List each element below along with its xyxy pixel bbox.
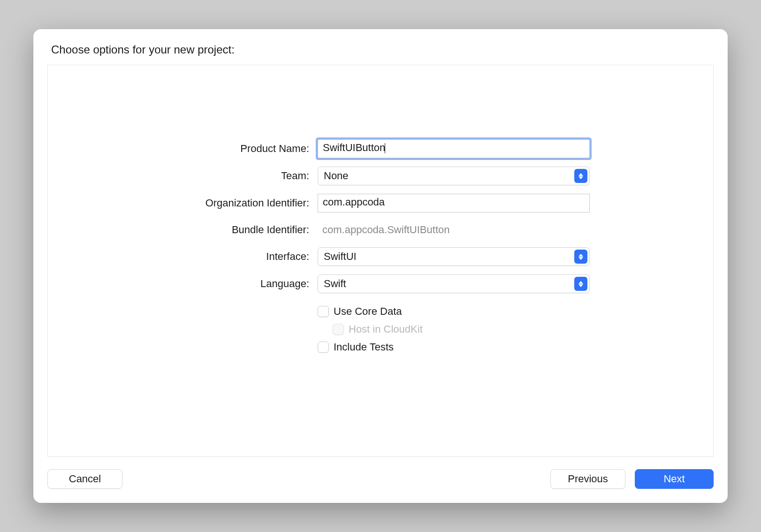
host-cloudkit-checkbox xyxy=(333,324,344,335)
bundle-identifier-row: Bundle Identifier: com.appcoda.SwiftUIBu… xyxy=(48,221,713,239)
bundle-identifier-value: com.appcoda.SwiftUIButton xyxy=(318,221,590,239)
previous-button[interactable]: Previous xyxy=(550,469,625,489)
form-container: Product Name: SwiftUIButton Team: None O… xyxy=(47,65,714,457)
org-identifier-row: Organization Identifier: com.appcoda xyxy=(48,194,713,213)
interface-label: Interface: xyxy=(48,251,318,263)
product-name-label: Product Name: xyxy=(48,143,318,155)
next-button[interactable]: Next xyxy=(635,469,714,489)
language-row: Language: Swift xyxy=(48,274,713,293)
team-value: None xyxy=(324,170,349,182)
org-identifier-label: Organization Identifier: xyxy=(48,197,318,209)
language-value: Swift xyxy=(324,278,346,290)
org-identifier-input[interactable]: com.appcoda xyxy=(318,194,590,213)
interface-select[interactable]: SwiftUI xyxy=(318,247,590,266)
language-label: Language: xyxy=(48,278,318,290)
chevron-up-down-icon xyxy=(574,250,587,264)
chevron-up-down-icon xyxy=(574,169,587,183)
include-tests-checkbox[interactable] xyxy=(318,342,329,353)
use-core-data-checkbox[interactable] xyxy=(318,306,329,317)
include-tests-label: Include Tests xyxy=(334,341,394,353)
include-tests-row: Include Tests xyxy=(318,340,590,354)
host-cloudkit-label: Host in CloudKit xyxy=(349,323,423,335)
team-row: Team: None xyxy=(48,167,713,185)
language-select[interactable]: Swift xyxy=(318,274,590,293)
text-cursor-icon xyxy=(385,143,385,153)
use-core-data-row: Use Core Data xyxy=(318,304,590,319)
use-core-data-label: Use Core Data xyxy=(334,305,402,318)
product-name-row: Product Name: SwiftUIButton xyxy=(48,139,713,158)
options-form: Product Name: SwiftUIButton Team: None O… xyxy=(48,139,713,354)
interface-row: Interface: SwiftUI xyxy=(48,247,713,266)
host-cloudkit-row: Host in CloudKit xyxy=(318,322,590,336)
interface-value: SwiftUI xyxy=(324,251,357,263)
team-select[interactable]: None xyxy=(318,167,590,185)
product-name-value: SwiftUIButton xyxy=(323,142,385,153)
team-label: Team: xyxy=(48,170,318,182)
dialog-footer: Cancel Previous Next xyxy=(47,457,714,489)
cancel-button[interactable]: Cancel xyxy=(47,469,122,489)
new-project-options-dialog: Choose options for your new project: Pro… xyxy=(33,29,728,503)
chevron-up-down-icon xyxy=(574,277,587,291)
product-name-input[interactable]: SwiftUIButton xyxy=(318,139,590,158)
checkboxes-row: Use Core Data Host in CloudKit Include T… xyxy=(48,302,713,354)
org-identifier-value: com.appcoda xyxy=(323,196,385,208)
dialog-title: Choose options for your new project: xyxy=(47,43,714,56)
bundle-identifier-label: Bundle Identifier: xyxy=(48,224,318,236)
